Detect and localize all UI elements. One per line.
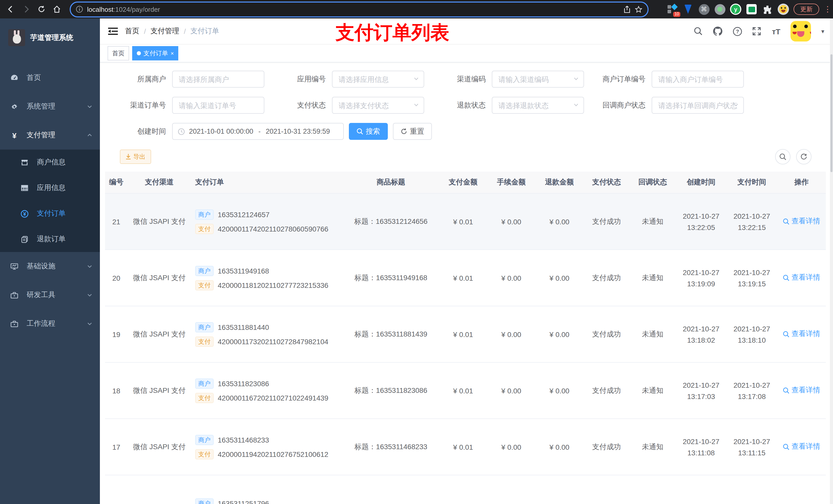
filter-row-1: 所属商户应用编号渠道编码商户订单编号 (111, 71, 828, 88)
cell-title: 标题：1635312124656 (343, 193, 439, 250)
back-icon[interactable] (4, 3, 18, 16)
pay-order-no: 4200001167202110271022491439 (218, 393, 328, 402)
sidebar-toggle-icon[interactable] (108, 26, 118, 37)
breadcrumb-payment[interactable]: 支付管理 (151, 27, 179, 36)
date-range-input[interactable]: 2021-10-01 00:00:00 - 2021-10-31 23:59:5… (172, 123, 344, 140)
app-logo[interactable]: 芋道管理系统 (0, 19, 100, 56)
extension-recorder-icon[interactable] (714, 4, 725, 15)
extensions-puzzle-icon[interactable] (762, 4, 773, 15)
filter-select[interactable] (652, 97, 744, 114)
merchant-order-no: 1635312124657 (218, 210, 269, 218)
date-end: 2021-10-31 23:59:59 (266, 127, 330, 135)
filter-input-field[interactable] (652, 97, 744, 114)
filter-label: 渠道编码 (430, 74, 492, 84)
view-detail-link[interactable]: 查看详情 (783, 217, 820, 226)
table-row: 18微信 JSAPI 支付商户1635311823086支付4200001167… (105, 362, 826, 419)
extension-chat-icon[interactable] (746, 4, 757, 15)
orders-table: 编号支付渠道支付订单商品标题支付金额手续金额退款金额支付状态回调状态创建时间支付… (105, 172, 826, 504)
sidebar-item-app-info[interactable]: 应用信息 (0, 175, 100, 201)
export-button[interactable]: 导出 (120, 149, 151, 164)
view-detail-link[interactable]: 查看详情 (783, 386, 820, 395)
sidebar-item-infrastructure[interactable]: 基础设施 (0, 252, 100, 281)
filter-input-field[interactable] (652, 71, 744, 88)
monitor-icon (10, 262, 19, 270)
cell-fee: ¥ 0.00 (487, 419, 536, 475)
extension-devtools-icon[interactable]: 10 (667, 4, 678, 15)
sidebar-item-refund-order[interactable]: 退款订单 (0, 226, 100, 252)
view-detail-link[interactable]: 查看详情 (783, 442, 820, 452)
merchant-order-line: 商户1635311881440 (195, 322, 341, 332)
search-button[interactable]: 搜索 (349, 123, 388, 140)
filter-input[interactable] (172, 71, 264, 88)
view-detail-link[interactable]: 查看详情 (783, 330, 820, 339)
share-icon[interactable] (623, 5, 630, 13)
user-avatar[interactable] (790, 21, 811, 42)
site-info-icon[interactable] (76, 6, 83, 13)
url-text: localhost:1024/pay/order (87, 5, 619, 13)
breadcrumb-current: 支付订单 (191, 27, 219, 36)
pay-tag: 支付 (195, 392, 214, 403)
filter-select[interactable] (492, 71, 584, 88)
sidebar-item-workflow[interactable]: 工作流程 (0, 309, 100, 338)
filter-select[interactable] (492, 97, 584, 114)
table-row: 20微信 JSAPI 支付商户1635311949168支付4200001181… (105, 250, 826, 306)
refresh-table-button[interactable] (796, 149, 811, 164)
filter-input-field[interactable] (492, 97, 584, 114)
view-detail-link[interactable]: 查看详情 (783, 273, 820, 283)
sidebar-item-dev-tools[interactable]: 研发工具 (0, 281, 100, 309)
sidebar-item-pay-order[interactable]: 支付订单 (0, 201, 100, 226)
briefcase-icon (10, 320, 19, 328)
bookmark-star-icon[interactable] (635, 5, 642, 13)
breadcrumb-home[interactable]: 首页 (125, 27, 139, 36)
header-search-icon[interactable] (693, 26, 704, 37)
extension-kite-icon[interactable] (682, 4, 694, 15)
filter-select[interactable] (332, 71, 424, 88)
filter-select[interactable] (332, 97, 424, 114)
sidebar-item-home[interactable]: 首页 (0, 64, 100, 92)
profile-avatar[interactable] (778, 4, 789, 15)
gear-icon (10, 102, 19, 111)
sidebar-item-system[interactable]: 系统管理 (0, 92, 100, 121)
extension-yudao-icon[interactable]: y (730, 4, 741, 15)
avatar-caret-icon[interactable]: ▼ (820, 28, 825, 34)
sidebar-item-merchant-info[interactable]: 商户信息 (0, 149, 100, 175)
cell-createTime: 2021-10-2713:11:08 (676, 419, 727, 475)
tag-view-pay-order[interactable]: 支付订单 × (132, 46, 178, 61)
home-icon[interactable] (50, 3, 64, 16)
pay-tag: 支付 (195, 223, 214, 234)
column-header-channel: 支付渠道 (127, 172, 191, 193)
github-icon[interactable] (713, 26, 723, 37)
url-bar[interactable]: localhost:1024/pay/order (70, 1, 648, 17)
filter-input[interactable] (172, 97, 264, 114)
filter-input[interactable] (652, 71, 744, 88)
font-size-icon[interactable]: ᴛT (771, 26, 781, 37)
merchant-tag: 商户 (195, 378, 214, 388)
sidebar-item-payment[interactable]: ¥ 支付管理 (0, 121, 100, 149)
pay-order-icon (21, 210, 29, 218)
help-icon[interactable]: ? (732, 26, 742, 37)
filter-input-field[interactable] (172, 97, 264, 114)
filter-input-field[interactable] (172, 71, 264, 88)
chevron-down-icon (87, 103, 93, 110)
filter-input-field[interactable] (332, 71, 424, 88)
forward-icon[interactable] (20, 3, 33, 16)
chrome-update-button[interactable]: 更新 (793, 4, 819, 15)
tag-view-home[interactable]: 首页 (108, 46, 129, 61)
show-search-toggle-button[interactable] (775, 149, 790, 164)
fullscreen-icon[interactable] (752, 26, 762, 37)
extension-command-icon[interactable]: ⌘ (698, 4, 710, 15)
cell-order: 商户1635311823086支付42000011672021102710224… (191, 362, 343, 419)
filter-input-field[interactable] (492, 71, 584, 88)
merchant-order-no: 1635311881440 (218, 323, 269, 331)
page-scrollbar[interactable] (830, 19, 833, 504)
reload-icon[interactable] (35, 3, 48, 16)
chrome-menu-icon[interactable]: ⋮ (824, 7, 829, 12)
chevron-down-icon (87, 292, 93, 298)
clock-icon (178, 128, 185, 135)
dashboard-icon (10, 74, 19, 82)
filter-input-field[interactable] (332, 97, 424, 114)
filter-label: 渠道订单号 (111, 101, 172, 110)
reset-button[interactable]: 重置 (393, 123, 432, 140)
close-icon[interactable]: × (171, 50, 174, 56)
merchant-tag: 商户 (195, 266, 214, 276)
